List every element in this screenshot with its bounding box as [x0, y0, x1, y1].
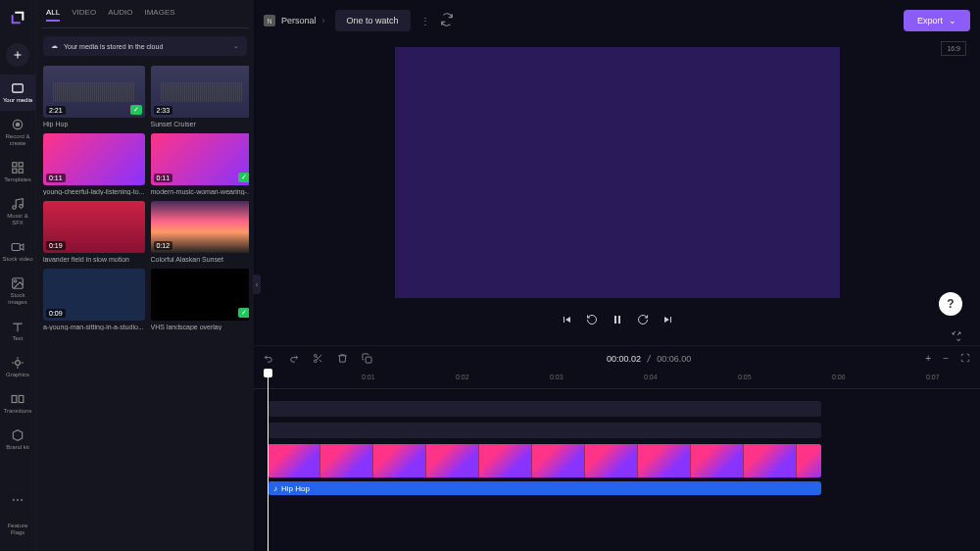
- app-logo[interactable]: [8, 8, 27, 27]
- rail-graphics[interactable]: Graphics: [0, 349, 35, 385]
- rail-transitions[interactable]: Transitions: [0, 385, 35, 422]
- zoom-out-button[interactable]: −: [943, 353, 949, 365]
- media-item[interactable]: 0:19lavander field in slow motion: [43, 201, 145, 263]
- project-name[interactable]: One to watch: [335, 10, 411, 31]
- rail-music-sfx[interactable]: Music & SFX: [0, 190, 35, 233]
- add-button[interactable]: [6, 43, 29, 67]
- redo-button[interactable]: [288, 353, 299, 366]
- main-area: N Personal › One to watch ⋮ Export ⌄ 16:…: [254, 0, 980, 551]
- check-icon: ✓: [238, 308, 249, 318]
- help-button[interactable]: ?: [939, 292, 962, 316]
- rail-label: Your media: [3, 97, 32, 104]
- media-item[interactable]: ✓VHS landscape overlay: [151, 269, 250, 330]
- skip-back-button[interactable]: [561, 314, 572, 327]
- cloud-icon: ☁: [51, 42, 58, 50]
- ruler-tick: 0:01: [362, 374, 375, 380]
- more-icon[interactable]: ⋮: [420, 16, 430, 26]
- duration-badge: 2:33: [154, 106, 173, 115]
- rail-stock-images[interactable]: Stock images: [0, 270, 35, 313]
- media-thumbnail[interactable]: 0:12: [151, 201, 250, 253]
- forward-button[interactable]: [637, 314, 649, 327]
- tab-all[interactable]: ALL: [46, 8, 60, 22]
- rail-label: Brand kit: [6, 444, 29, 451]
- duration-badge: 0:11: [46, 174, 66, 182]
- media-thumbnail[interactable]: 2:21✓: [43, 66, 145, 118]
- svg-rect-3: [13, 163, 17, 167]
- media-item[interactable]: 2:33Sunset Cruiser: [151, 66, 250, 127]
- svg-rect-5: [13, 169, 17, 173]
- panel-collapse-toggle[interactable]: ‹: [253, 275, 261, 294]
- skip-forward-button[interactable]: [662, 314, 674, 327]
- rail-more[interactable]: [0, 486, 35, 516]
- chevron-down-icon: ⌄: [949, 16, 956, 25]
- svg-rect-22: [366, 357, 371, 363]
- rail-brand-kit[interactable]: Brand kit: [0, 422, 35, 458]
- media-item[interactable]: 0:11young-cheerful-lady-listening-to...: [43, 133, 145, 195]
- chevron-right-icon: ›: [322, 16, 325, 25]
- media-panel: ALL VIDEO AUDIO IMAGES ☁ Your media is s…: [36, 0, 254, 551]
- media-tabs: ALL VIDEO AUDIO IMAGES: [41, 0, 249, 28]
- check-icon: ✓: [238, 173, 249, 182]
- media-item[interactable]: 0:11✓modern-music-woman-wearing-...: [151, 133, 250, 195]
- media-thumbnail[interactable]: 0:11✓: [151, 133, 250, 185]
- video-preview[interactable]: [395, 47, 840, 298]
- media-thumbnail[interactable]: 2:33: [151, 66, 250, 118]
- media-thumbnail[interactable]: 0:19: [43, 201, 145, 253]
- media-title: Sunset Cruiser: [151, 121, 250, 127]
- duration-badge: 0:11: [154, 174, 173, 182]
- svg-point-2: [16, 123, 20, 126]
- timeline: ⌄ 00:00.02 / 00:06.00 + −: [254, 345, 980, 551]
- aspect-ratio-selector[interactable]: 16:9: [941, 41, 966, 56]
- export-label: Export: [917, 16, 943, 25]
- svg-rect-13: [12, 396, 17, 403]
- svg-point-17: [21, 499, 23, 501]
- sync-icon[interactable]: [440, 13, 454, 28]
- video-clip[interactable]: [268, 444, 821, 477]
- tab-video[interactable]: VIDEO: [72, 8, 96, 22]
- media-item[interactable]: 2:21✓Hip Hop: [43, 66, 145, 127]
- svg-rect-9: [12, 244, 20, 251]
- media-title: young-cheerful-lady-listening-to...: [43, 188, 145, 195]
- timeline-ruler[interactable]: 0:010:020:030:040:050:060:07: [254, 372, 980, 389]
- chevron-down-icon[interactable]: ⌄: [955, 332, 962, 343]
- workspace-selector[interactable]: N Personal ›: [264, 15, 325, 26]
- media-grid: 2:21✓Hip Hop2:33Sunset Cruiser0:11young-…: [41, 64, 249, 332]
- playhead[interactable]: [268, 372, 269, 551]
- media-thumbnail[interactable]: ✓: [151, 269, 250, 321]
- media-item[interactable]: 0:09a-young-man-sitting-in-a-studio...: [43, 269, 145, 330]
- playback-controls: [555, 308, 680, 333]
- timeline-tracks[interactable]: ♪Hip Hop: [254, 389, 980, 551]
- media-thumbnail[interactable]: 0:11: [43, 133, 145, 185]
- audio-waveform-clip[interactable]: [268, 423, 821, 438]
- rail-stock-video[interactable]: Stock video: [0, 233, 35, 270]
- rail-label: Text: [12, 335, 23, 342]
- rail-text[interactable]: Text: [0, 313, 35, 349]
- media-thumbnail[interactable]: 0:09: [43, 269, 145, 321]
- rail-feature-flags[interactable]: Feature Flags: [0, 516, 35, 543]
- pause-button[interactable]: [612, 314, 623, 327]
- export-button[interactable]: Export ⌄: [904, 10, 970, 31]
- rail-templates[interactable]: Templates: [0, 154, 35, 190]
- media-title: modern-music-woman-wearing-...: [151, 188, 250, 195]
- preview-area: 16:9 ?: [254, 41, 980, 345]
- split-button[interactable]: [313, 353, 323, 366]
- rail-your-media[interactable]: Your media: [0, 75, 35, 111]
- rewind-button[interactable]: [586, 314, 598, 327]
- svg-point-11: [15, 280, 17, 282]
- chevron-down-icon: ⌄: [233, 42, 239, 50]
- duplicate-button[interactable]: [362, 353, 372, 366]
- audio-waveform-clip[interactable]: [268, 401, 821, 417]
- zoom-fit-button[interactable]: [960, 353, 970, 365]
- undo-button[interactable]: [264, 353, 274, 366]
- tab-audio[interactable]: AUDIO: [108, 8, 132, 22]
- tab-images[interactable]: IMAGES: [144, 8, 174, 22]
- cloud-banner[interactable]: ☁ Your media is stored in the cloud ⌄: [43, 36, 247, 56]
- audio-clip[interactable]: ♪Hip Hop: [268, 481, 821, 495]
- svg-rect-0: [13, 84, 24, 92]
- media-item[interactable]: 0:12Colorful Alaskan Sunset: [151, 201, 250, 263]
- cloud-text: Your media is stored in the cloud: [64, 43, 163, 50]
- delete-button[interactable]: [337, 353, 348, 366]
- zoom-in-button[interactable]: +: [925, 353, 931, 365]
- rail-record-create[interactable]: Record & create: [0, 111, 35, 154]
- svg-point-12: [16, 361, 21, 366]
